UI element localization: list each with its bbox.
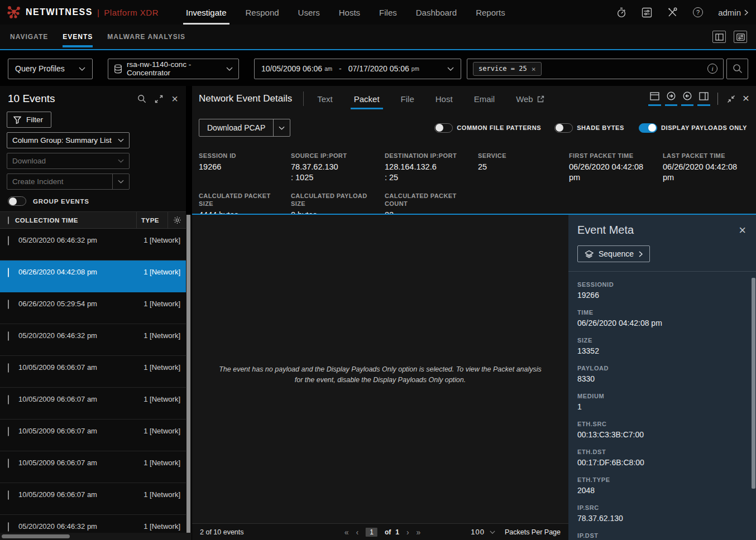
column-header-collection-time[interactable]: COLLECTION TIME [15, 217, 136, 224]
table-row[interactable]: 05/20/2020 06:46:32 pm 1 [Network] [0, 229, 186, 261]
time-end-time: 05:06 [390, 64, 409, 73]
meta-field: SIZE 13352 [577, 337, 747, 355]
tab-navigate[interactable]: NAVIGATE [10, 25, 48, 49]
tab-text[interactable]: Text [316, 88, 334, 110]
tab-packet[interactable]: Packet [353, 88, 381, 110]
scrollbar-thumb[interactable] [186, 215, 190, 533]
nav-item-files[interactable]: Files [370, 0, 406, 25]
common-file-patterns-toggle[interactable] [434, 123, 453, 133]
sequence-button[interactable]: Sequence [577, 245, 650, 262]
preferences-icon[interactable] [642, 7, 652, 18]
tab-malware-analysis[interactable]: MALWARE ANALYSIS [107, 25, 185, 49]
scrollbar-thumb[interactable] [2, 534, 70, 538]
row-checkbox[interactable] [8, 459, 9, 468]
chevron-down-icon[interactable] [112, 174, 129, 189]
tab-file[interactable]: File [400, 88, 415, 110]
prev-page-icon[interactable]: ‹ [356, 528, 359, 537]
collapse-panel-icon[interactable] [727, 95, 735, 103]
download-dropdown[interactable]: Download [7, 153, 130, 169]
close-event-meta-icon[interactable]: × [739, 224, 746, 237]
table-row[interactable]: 10/05/2009 06:06:07 am 1 [Network] [0, 483, 186, 515]
packets-per-page-select[interactable]: 100 Packets Per Page [471, 528, 561, 536]
column-header-type[interactable]: TYPE [136, 212, 168, 228]
tab-email[interactable]: Email [473, 88, 496, 110]
meta-field: IP.SRC 78.37.62.130 [577, 504, 747, 523]
table-row[interactable]: 10/05/2009 06:06:07 am 1 [Network] [0, 451, 186, 483]
column-layout-icon[interactable] [712, 31, 726, 43]
response-packets-icon[interactable] [683, 91, 692, 106]
panel-settings-icon[interactable] [734, 31, 747, 43]
table-row[interactable]: 10/05/2009 06:06:07 am 1 [Network] [0, 388, 186, 420]
last-page-icon[interactable]: » [417, 528, 421, 537]
jobs-stopwatch-icon[interactable] [616, 7, 626, 18]
chevron-down-icon[interactable] [273, 119, 290, 136]
run-query-button[interactable] [726, 59, 748, 79]
help-icon[interactable]: ? [693, 7, 703, 17]
row-checkbox[interactable] [8, 331, 9, 341]
tab-web[interactable]: Web [515, 88, 546, 110]
service-selector-dropdown[interactable]: rsa-nw-1140-conc - Concentrator [108, 59, 239, 79]
time-start-meridiem: am [324, 66, 332, 72]
first-page-icon[interactable]: « [344, 528, 349, 537]
row-collection-time: 06/26/2020 05:29:54 pm [18, 300, 135, 324]
layout-sidebar-icon[interactable] [699, 92, 709, 106]
query-profiles-dropdown[interactable]: Query Profiles [8, 59, 93, 79]
filter-pill[interactable]: service = 25 × [473, 62, 542, 76]
nav-item-investigate[interactable]: Investigate [176, 0, 236, 25]
close-events-panel-icon[interactable]: × [171, 93, 178, 104]
event-meta-scrollbar[interactable] [752, 278, 755, 489]
events-vertical-scrollbar[interactable] [186, 215, 192, 533]
chevron-down-icon [118, 138, 124, 142]
events-horizontal-scrollbar[interactable] [0, 533, 192, 540]
row-checkbox[interactable] [8, 427, 9, 436]
row-checkbox[interactable] [8, 268, 9, 277]
display-payloads-only-toggle[interactable] [639, 123, 657, 133]
event-meta-fields: SESSIONID 19266 TIME 06/26/2020 04:42:08… [568, 272, 756, 539]
next-page-icon[interactable]: › [406, 528, 409, 537]
column-settings-gear-icon[interactable] [168, 212, 186, 228]
events-list-panel: 10 Events × Filter Column Group: Summary… [0, 86, 186, 540]
table-row[interactable]: 10/05/2009 06:06:07 am 1 [Network] [0, 356, 186, 388]
remove-filter-icon[interactable]: × [532, 65, 536, 73]
download-pcap-button[interactable]: Download PCAP [199, 119, 290, 137]
row-checkbox[interactable] [8, 300, 9, 309]
column-group-dropdown[interactable]: Column Group: Summary List [7, 132, 130, 148]
row-collection-time: 10/05/2009 06:06:07 am [18, 490, 135, 514]
row-checkbox[interactable] [8, 490, 9, 500]
shade-bytes-toggle[interactable] [554, 123, 573, 133]
nav-item-respond[interactable]: Respond [236, 0, 289, 25]
row-checkbox[interactable] [8, 236, 9, 245]
nav-item-users[interactable]: Users [289, 0, 329, 25]
query-info-icon[interactable]: i [707, 64, 717, 74]
current-page[interactable]: 1 [366, 528, 377, 537]
close-details-icon[interactable]: × [743, 92, 749, 104]
time-range-dropdown[interactable]: 10/05/2009 06:06 am - 07/17/2020 05:06 p… [254, 59, 461, 79]
expand-panel-icon[interactable] [155, 95, 163, 103]
common-file-patterns-label: COMMON FILE PATTERNS [457, 124, 541, 131]
user-menu[interactable]: admin [718, 8, 748, 17]
filter-pill-text: service = 25 [479, 65, 527, 73]
admin-tools-icon[interactable] [667, 7, 678, 18]
query-filter-input[interactable]: service = 25 × i [467, 59, 724, 79]
table-row[interactable]: 05/20/2020 06:46:32 pm 1 [Network] [0, 324, 186, 356]
nav-item-hosts[interactable]: Hosts [329, 0, 370, 25]
row-checkbox[interactable] [8, 395, 9, 404]
select-all-checkbox[interactable] [8, 216, 9, 224]
table-row[interactable]: 10/05/2009 06:06:07 am 1 [Network] [0, 420, 186, 451]
row-checkbox[interactable] [8, 522, 9, 532]
nav-item-dashboard[interactable]: Dashboard [406, 0, 466, 25]
layout-header-icon[interactable] [650, 92, 659, 106]
group-events-toggle[interactable] [8, 196, 26, 206]
query-profiles-label: Query Profiles [15, 64, 65, 73]
filter-button[interactable]: Filter [7, 112, 51, 128]
tab-host[interactable]: Host [434, 88, 454, 110]
tab-events[interactable]: EVENTS [63, 25, 93, 49]
table-row[interactable]: 06/26/2020 05:29:54 pm 1 [Network] [0, 292, 186, 324]
request-packets-icon[interactable] [667, 91, 676, 106]
nav-item-reports[interactable]: Reports [466, 0, 515, 25]
search-events-icon[interactable] [137, 94, 146, 103]
create-incident-dropdown[interactable]: Create Incident [7, 173, 130, 190]
of-label: of [385, 528, 391, 536]
row-checkbox[interactable] [8, 363, 9, 373]
table-row-selected[interactable]: 06/26/2020 04:42:08 pm 1 [Network] [0, 261, 186, 292]
